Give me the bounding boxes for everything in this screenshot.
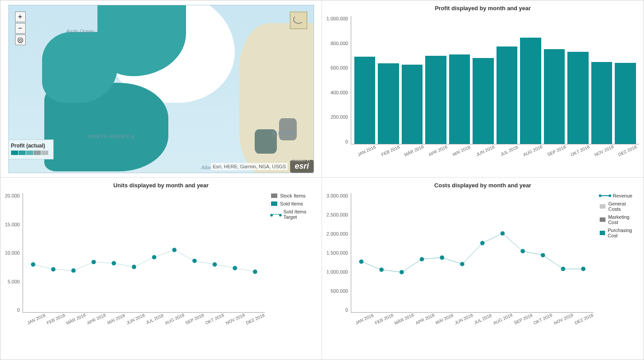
costs-legend-revenue: Revenue (600, 193, 639, 198)
map-panel: + − ◎ Arctic Ocean NORTH AMERICA EUROPE … (0, 0, 322, 178)
units-plot[interactable] (23, 193, 265, 313)
costs-legend-general: General Costs (600, 201, 639, 212)
map-region-de[interactable] (279, 118, 297, 140)
costs-chart-panel: Costs displayed by month and year 3.000.… (322, 178, 644, 360)
profit-bar[interactable] (497, 46, 518, 144)
costs-legend-purchasing: Purchasing Cost (600, 228, 639, 238)
zoom-out-button[interactable]: − (15, 23, 26, 34)
units-chart-panel: Units displayed by month and year 20.000… (0, 178, 322, 360)
profit-bar[interactable] (591, 62, 613, 144)
esri-logo: POWERED BY esri (290, 160, 313, 173)
profit-bar[interactable] (567, 52, 589, 144)
costs-x-axis: JAN 2018FEB 2018MÄR 2018APR 2018MAI 2018… (351, 314, 594, 322)
costs-chart-title: Costs displayed by month and year (326, 182, 639, 189)
map-attribution: Esri, HERE, Garmin, NGA, USGS POWERED BY… (211, 160, 313, 173)
profit-bar[interactable] (520, 38, 541, 144)
map-zoom-controls: + − ◎ (15, 12, 26, 45)
dashboard-grid: + − ◎ Arctic Ocean NORTH AMERICA EUROPE … (0, 0, 644, 360)
profit-bar[interactable] (354, 57, 376, 144)
map-label-eu: EUROPE (272, 131, 295, 136)
units-y-axis: 20.00015.00010.0005.0000 (5, 193, 23, 313)
units-legend-stock: Stock Items (271, 193, 317, 198)
profit-y-axis: 1.000.000800.000600.000400.000200.0000 (326, 16, 351, 144)
units-legend: Stock Items Sold Items Sold Items Target (265, 193, 317, 322)
map-label-na: NORTH AMERICA (89, 134, 135, 139)
profit-plot[interactable] (351, 16, 639, 144)
map-legend-title: Profit (actual) (11, 143, 49, 149)
units-x-axis: JAN 2018FEB 2018MÄR 2018APR 2018MAI 2018… (23, 314, 265, 322)
units-chart-title: Units displayed by month and year (5, 182, 317, 189)
map-legend: Profit (actual) (8, 139, 54, 159)
profit-chart-panel: Profit displayed by month and year 1.000… (322, 0, 644, 178)
costs-legend: Revenue General Costs Marketing Cost Pur… (594, 193, 639, 322)
units-legend-target: Sold Items Target (271, 209, 317, 220)
units-legend-sold: Sold Items (271, 201, 317, 206)
costs-plot[interactable] (351, 193, 594, 313)
map-label-arctic: Arctic Ocean (66, 28, 94, 34)
profit-bar[interactable] (473, 58, 494, 144)
profit-bar[interactable] (378, 63, 399, 144)
map-canvas[interactable]: + − ◎ Arctic Ocean NORTH AMERICA EUROPE … (8, 5, 314, 173)
map-locate-button[interactable]: ◎ (15, 35, 26, 45)
profit-chart-title: Profit displayed by month and year (326, 5, 639, 12)
profit-bar[interactable] (615, 63, 636, 144)
costs-legend-marketing: Marketing Cost (600, 214, 639, 225)
costs-y-axis: 3.000.0002.500.0002.000.0001.500.0001.00… (326, 193, 351, 313)
profit-bar[interactable] (425, 56, 446, 144)
map-legend-swatches (11, 150, 49, 156)
map-attribution-text: Esri, HERE, Garmin, NGA, USGS (211, 163, 287, 170)
zoom-in-button[interactable]: + (15, 12, 26, 22)
profit-bar[interactable] (544, 49, 565, 144)
profit-bar[interactable] (449, 54, 470, 144)
map-overview-toggle[interactable] (290, 12, 307, 29)
profit-x-axis: JAN 2018FEB 2018MÄR 2018APR 2018MAI 2018… (351, 146, 639, 154)
profit-bar[interactable] (402, 65, 423, 144)
